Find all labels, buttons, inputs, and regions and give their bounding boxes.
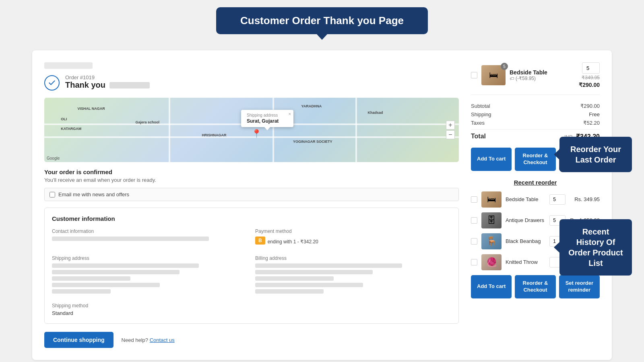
contact-us-link[interactable]: Contact us [150, 337, 175, 343]
thank-you-line: Thank you [65, 80, 150, 90]
google-logo: Google [47, 156, 60, 160]
email-checkbox-row: Email me with news and offers [44, 188, 459, 201]
taxes-value: ₹52.20 [583, 120, 600, 126]
map-zoom-controls: + − [446, 121, 455, 139]
continue-shopping-button[interactable]: Continue shopping [44, 332, 114, 348]
reorder-checkbox-4[interactable] [471, 259, 477, 265]
reorder-name-3: Black Beanbag [506, 238, 545, 244]
map-zoom-in[interactable]: + [446, 121, 455, 130]
reorder-qty-1[interactable] [549, 194, 566, 205]
item-checkbox-top[interactable] [471, 72, 477, 78]
reorder-name-4: Knitted Throw [506, 259, 545, 265]
main-card: Order #1019 Thank you VISHAL NAGAR OLI K… [32, 50, 612, 360]
item-details: Bedside Table 🏷 (-₹59.95) [510, 69, 575, 81]
subtotal-label: Subtotal [471, 103, 490, 109]
ship-addr-5 [52, 289, 111, 294]
shipping-address-section: Shipping address [52, 255, 248, 296]
bill-addr-3 [255, 276, 334, 281]
shipping-method-section: Shipping method Standard [52, 303, 248, 316]
contact-label: Contact information [52, 228, 248, 234]
reorder-checkout-button-top[interactable]: Reorder & Checkout [515, 148, 555, 171]
recent-reorder-title: Recent reorder [471, 179, 600, 186]
add-to-cart-button-top[interactable]: Add To cart [471, 148, 512, 171]
shipping-label: Shipping [471, 111, 491, 117]
callout-reorder: Reorder Your Last Order [559, 137, 632, 172]
info-grid: Contact information Payment method B end… [52, 228, 451, 316]
bill-addr-4 [255, 283, 363, 287]
reorder-checkbox-3[interactable] [471, 238, 477, 245]
reorder-checkout-button-bottom[interactable]: Reorder & Checkout [515, 275, 555, 298]
reorder-img-3: 🪑 [481, 233, 502, 249]
item-discount: 🏷 (-₹59.95) [510, 76, 575, 81]
billing-address-section: Billing address [255, 255, 451, 296]
customer-name-blur [109, 82, 150, 88]
need-help-text: Need help? Contact us [122, 337, 175, 343]
customer-info-box: Customer information Contact information… [44, 208, 459, 324]
shipping-method-label: Shipping method [52, 303, 248, 309]
bill-addr-5 [255, 289, 324, 294]
taxes-row: Taxes ₹52.20 [471, 120, 600, 126]
subtotal-row: Subtotal ₹290.00 [471, 103, 600, 109]
header-banner: Customer Order Thank you Page [0, 0, 644, 34]
need-help-label: Need help? [122, 337, 149, 343]
order-header: Order #1019 Thank you [44, 74, 459, 90]
map-popup-close[interactable]: × [289, 111, 291, 116]
set-reminder-button-bottom[interactable]: Set reorder reminder [559, 275, 600, 298]
payment-detail: ending with 1 - ₹342.20 [268, 239, 318, 245]
item-img-wrap: 🛏 5 [481, 65, 506, 85]
callout-history-box: Recent History Of Order Product List [559, 219, 632, 276]
header-title-text: Customer Order Thank you Page [240, 14, 404, 27]
callout-reorder-text: Reorder Your Last Order [570, 145, 621, 164]
order-item-top: 🛏 5 Bedside Table 🏷 (-₹59.95) ₹349.95 ₹2… [471, 62, 600, 95]
taxes-label: Taxes [471, 120, 485, 126]
reorder-name-2: Antique Drawers [506, 217, 545, 223]
map-popup: × Shipping address Surat, Gujarat [241, 110, 293, 127]
discount-icon: 🏷 [510, 76, 514, 81]
email-checkbox-label: Email me with news and offers [58, 191, 129, 197]
order-summary: Subtotal ₹290.00 Shipping Free Taxes ₹52… [471, 103, 600, 140]
ship-addr-4 [52, 283, 160, 287]
price-original: ₹349.95 [582, 75, 600, 80]
left-panel: Order #1019 Thank you VISHAL NAGAR OLI K… [44, 62, 459, 348]
email-checkbox-input[interactable] [50, 192, 55, 197]
discount-value: (-₹59.95) [516, 76, 536, 81]
bill-addr-2 [255, 270, 373, 274]
payment-section: Payment method B ending with 1 - ₹342.20 [255, 228, 451, 248]
payment-label: Payment method [255, 228, 451, 234]
callout-reorder-box: Reorder Your Last Order [559, 137, 632, 172]
confirmed-title: Your order is confirmed [44, 169, 459, 175]
map-pin: 📍 [252, 129, 262, 138]
bottom-action-buttons: Add To cart Reorder & Checkout Set reord… [471, 275, 600, 298]
callout-history: Recent History Of Order Product List [559, 219, 632, 276]
thank-you-text: Thank you [65, 80, 105, 90]
reorder-checkbox-1[interactable] [471, 196, 477, 203]
shipping-row: Shipping Free [471, 111, 600, 117]
billing-address-label: Billing address [255, 255, 451, 261]
confirmed-subtitle: You'll receive an email when your order … [44, 177, 459, 183]
reorder-price-1: Rs. 349.95 [570, 196, 600, 202]
reorder-img-2: 🗄 [481, 212, 502, 228]
item-quantity-input[interactable] [582, 62, 600, 74]
reorder-checkbox-2[interactable] [471, 217, 477, 224]
order-checkmark [44, 75, 60, 90]
add-to-cart-button-bottom[interactable]: Add To cart [471, 275, 512, 298]
order-info: Order #1019 Thank you [65, 74, 150, 90]
callout-history-text: Recent History Of Order Product List [568, 227, 623, 267]
customer-info-title: Customer information [52, 215, 451, 222]
store-name [44, 62, 93, 69]
payment-badge: B [255, 237, 265, 245]
confirmed-section: Your order is confirmed You'll receive a… [44, 169, 459, 201]
shipping-method-value: Standard [52, 310, 248, 316]
shipping-value: Free [589, 111, 600, 117]
right-panel: 🛏 5 Bedside Table 🏷 (-₹59.95) ₹349.95 ₹2… [471, 62, 600, 348]
reorder-img-1: 🛏 [481, 191, 502, 208]
subtotal-value: ₹290.00 [580, 103, 600, 109]
map-popup-location: Surat, Gujarat [247, 118, 288, 124]
map-zoom-out[interactable]: − [446, 130, 455, 139]
map-container: VISHAL NAGAR OLI KATARGAM Gajera school … [44, 98, 459, 162]
shipping-address-label: Shipping address [52, 255, 248, 261]
map-popup-label: Shipping address [247, 113, 288, 117]
page-header-title: Customer Order Thank you Page [216, 7, 428, 34]
reorder-item-1: 🛏 Bedside Table Rs. 349.95 [471, 191, 600, 208]
contact-value-blur [52, 237, 209, 241]
